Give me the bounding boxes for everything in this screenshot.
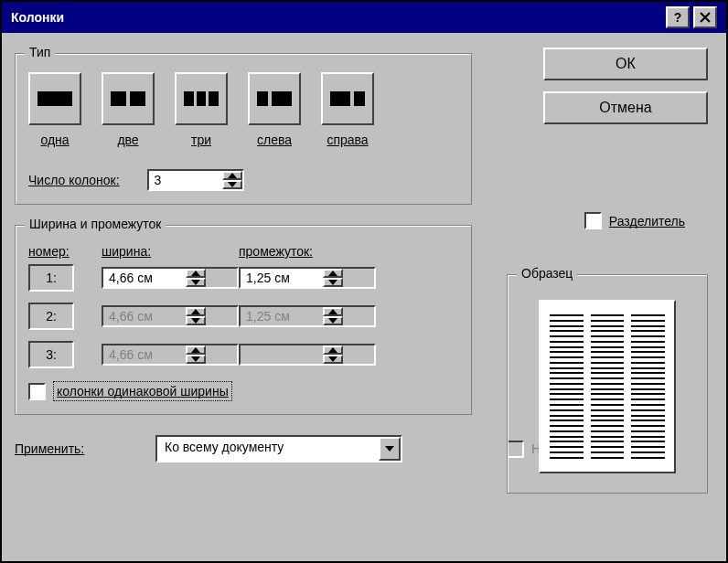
width-3-spinner[interactable]: [102, 344, 239, 366]
separator-checkbox[interactable]: [584, 212, 602, 229]
width-3-input[interactable]: [103, 345, 186, 364]
preset-left-label: слева: [257, 133, 292, 147]
spacing-3-input[interactable]: [241, 345, 323, 364]
dropdown-icon[interactable]: [379, 437, 401, 461]
spacing-1-spinner[interactable]: [239, 267, 376, 289]
equal-width-checkbox[interactable]: [28, 383, 46, 400]
ok-button[interactable]: ОК: [543, 48, 708, 80]
preview-legend: Образец: [517, 266, 577, 281]
header-spacing: промежуток:: [239, 244, 376, 259]
width-legend: Ширина и промежуток: [25, 217, 166, 231]
width-1-input[interactable]: [103, 269, 186, 287]
num-columns-input[interactable]: [149, 171, 222, 189]
spin-down-icon[interactable]: [222, 180, 242, 189]
header-width: ширина:: [102, 244, 239, 259]
spacing-2-input[interactable]: [241, 307, 323, 325]
columns-dialog: Колонки ? ОК Отмена Тип одна: [0, 0, 728, 563]
preset-right-label: справа: [327, 133, 368, 147]
preset-left[interactable]: [248, 72, 301, 125]
num-columns-spinner[interactable]: [147, 169, 244, 191]
close-button[interactable]: [693, 6, 717, 28]
preset-right[interactable]: [321, 72, 374, 125]
width-2-spinner[interactable]: [102, 305, 239, 327]
titlebar: Колонки ?: [2, 2, 726, 33]
row-num-3: 3:: [28, 341, 74, 368]
preset-one[interactable]: [28, 72, 81, 125]
preview-icon: [539, 300, 676, 473]
spacing-2-spinner[interactable]: [239, 305, 376, 327]
preset-two-label: две: [117, 133, 138, 147]
cancel-button[interactable]: Отмена: [543, 91, 708, 124]
preset-one-label: одна: [40, 133, 69, 147]
width-2-input[interactable]: [103, 307, 186, 325]
help-button[interactable]: ?: [666, 6, 690, 28]
dialog-title: Колонки: [11, 10, 64, 25]
width-1-spinner[interactable]: [102, 267, 239, 289]
preset-two[interactable]: [102, 72, 155, 125]
equal-width-label: колонки одинаковой ширины: [53, 381, 232, 401]
preset-three-label: три: [191, 133, 211, 147]
preview-group: Образец: [507, 274, 708, 494]
apply-label: Применить:: [15, 441, 134, 456]
type-legend: Тип: [25, 45, 55, 59]
width-spacing-group: Ширина и промежуток номер: ширина: проме…: [15, 225, 472, 415]
apply-value: Ко всему документу: [157, 437, 379, 461]
spin-up-icon[interactable]: [222, 171, 242, 180]
header-number: номер:: [28, 244, 102, 259]
apply-combo[interactable]: Ко всему документу: [155, 435, 402, 462]
type-group: Тип одна две: [15, 53, 472, 205]
spacing-1-input[interactable]: [241, 269, 323, 287]
row-num-2: 2:: [28, 303, 74, 330]
separator-label: Разделитель: [609, 214, 685, 228]
num-columns-label: Число колонок:: [28, 173, 120, 187]
spacing-3-spinner[interactable]: [239, 344, 376, 366]
row-num-1: 1:: [28, 264, 74, 292]
preset-three[interactable]: [175, 72, 228, 125]
